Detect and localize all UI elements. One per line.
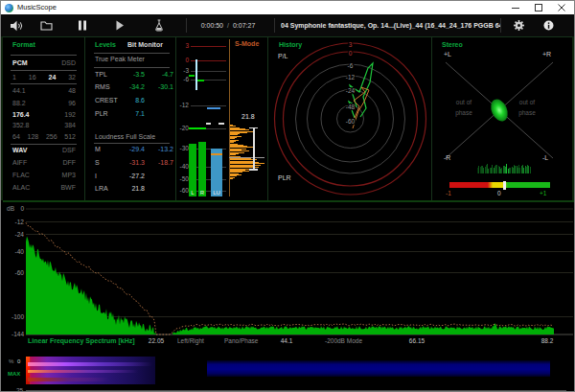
levels-row-s: S -31.3 -18.7: [95, 159, 173, 169]
lra-bracket-line: [253, 127, 255, 171]
spectrum-ytick: -12: [1, 219, 24, 225]
titlebar: MusicScope: [1, 1, 574, 14]
format-rate-96: 96: [68, 100, 76, 109]
max-marker-2: [218, 123, 224, 125]
history-ring-label: -60: [346, 118, 356, 125]
toolbar: 0:00:50 / 0:07:27 04 Symphonie fantastiq…: [1, 14, 574, 36]
format-aiff: AIFF: [12, 159, 27, 169]
toolbar-separator-2: [274, 18, 275, 33]
format-separator: [11, 83, 77, 84]
format-wav: WAV: [12, 147, 27, 156]
tpl-hold-right: [197, 80, 204, 81]
tab-bit-monitor[interactable]: Bit Monitor: [127, 41, 163, 48]
mode-pano-phase[interactable]: Pano/Phase: [224, 337, 258, 344]
offline-analysis-button[interactable]: [150, 17, 169, 34]
spectrum-svg: [1, 197, 575, 351]
open-file-button[interactable]: [36, 17, 56, 34]
corr-min-label: -1: [446, 190, 451, 196]
meter-scale-label: -12: [176, 102, 189, 108]
settings-button[interactable]: [509, 17, 528, 34]
maximize-button[interactable]: [527, 1, 550, 14]
spectrogram-max-label: MAX: [8, 371, 20, 377]
format-rate-176: 176.4: [12, 111, 30, 121]
levels-panel: Levels Bit Monitor True Peak Meter TPL -…: [86, 37, 176, 200]
track-title: 04 Symphonie fantastique, Op. 14...(Live…: [281, 14, 501, 36]
spectrum-title: Linear Frequency Spectrum [kHz]: [28, 337, 135, 344]
format-dsf: DSF: [62, 147, 76, 156]
format-dsd: DSD: [61, 59, 76, 69]
out-of-phase-left: out of phase: [449, 97, 478, 118]
loudness-full-scale-header: Loudness Full Scale: [95, 133, 155, 140]
minimize-button[interactable]: [504, 1, 527, 14]
levels-row-plr: PLR 7.1: [95, 110, 173, 120]
format-bwf: BWF: [60, 184, 76, 194]
history-ring-label: 3: [349, 41, 353, 48]
history-svg: 30-6-12-24-48-60: [268, 37, 432, 200]
musicscope-window: MusicScope: [0, 0, 575, 392]
analysis-panels: Format PCM DSD 1 16 24 32 44.1 48 88.2 9…: [1, 36, 574, 200]
info-button[interactable]: [539, 17, 558, 34]
close-button[interactable]: [550, 1, 573, 14]
meter-scale-label: -20: [176, 125, 189, 131]
format-mp3: MP3: [62, 172, 76, 181]
format-rate-88: 88.2: [12, 100, 26, 109]
meter-scale-line: [191, 46, 226, 47]
format-rate-44: 44.1: [12, 87, 26, 97]
history-ring-label: -6: [348, 62, 354, 69]
lra-bracket-top: [249, 127, 258, 129]
levels-row-tpl: TPL -3.5 -4.7: [95, 71, 173, 81]
meter-bar-left: [189, 144, 196, 197]
spectrum-ytick: 0: [1, 205, 24, 212]
meter-scale-label: -3: [176, 67, 189, 74]
format-rate-352: 352.8: [12, 122, 30, 131]
correlation-barcode: [477, 164, 531, 173]
meter-scale-line: [191, 105, 226, 106]
spectrum-top-border: [3, 201, 574, 202]
integrated-loudness-marker: [229, 157, 264, 158]
tab-levels[interactable]: Levels: [95, 41, 116, 48]
levels-separator: [94, 53, 170, 54]
format-bits-32: 32: [68, 74, 76, 83]
format-separator: [11, 144, 77, 145]
spectrogram-strip: [26, 357, 552, 384]
speaker-icon: [10, 20, 23, 32]
spectrum-fill: [26, 237, 554, 334]
meter-bar-left-label: L: [189, 190, 196, 196]
spectrogram-ultrasonic-band: [207, 360, 550, 377]
clipped-scale-line: [26, 390, 566, 391]
format-bits-24: 24: [48, 74, 56, 83]
clipped-scale-label: 25: [16, 387, 23, 392]
levels-separator: [94, 143, 170, 144]
maximize-icon: [535, 4, 542, 12]
mode-left-right[interactable]: Left/Right: [177, 337, 204, 344]
time-display: 0:00:50 / 0:07:27: [195, 14, 262, 36]
levels-row-lra: LRA 21.8: [95, 185, 173, 195]
mode-200db[interactable]: -200dB Mode: [325, 337, 362, 344]
history-pl-label: P/L: [278, 53, 288, 59]
short-term-marker: [211, 153, 222, 155]
levels-row-crest: CREST 8.6: [95, 97, 173, 106]
s-mode-label[interactable]: S-Mode: [235, 40, 259, 47]
corr-zero-label: 0: [497, 190, 501, 196]
stereo-panel: Stereo +L +R -R -L out of phase: [432, 37, 575, 200]
volume-button[interactable]: [7, 17, 26, 34]
info-icon: [543, 20, 554, 31]
corner-minus-r: -R: [444, 154, 450, 161]
format-dsd-512: 512: [64, 133, 76, 143]
meter-bar-right-label: R: [198, 190, 206, 196]
spectrogram-streak-3: [28, 378, 109, 381]
history-ring-label: -24: [346, 87, 356, 94]
corr-max-label: +1: [540, 190, 546, 196]
spectrum-ytick: -40: [1, 248, 24, 255]
histogram-bar: [230, 178, 233, 179]
play-button[interactable]: [110, 17, 129, 34]
corner-plus-l: +L: [444, 51, 451, 58]
barcode-line: [530, 167, 531, 173]
format-dff: DFF: [62, 159, 76, 169]
true-peak-meter-header: True Peak Meter: [95, 56, 145, 62]
pause-button[interactable]: [73, 17, 92, 34]
format-dsd-64: 64: [12, 133, 20, 143]
correlation-bar: [449, 182, 550, 188]
spectrum-ytick: -100: [1, 313, 24, 320]
lra-bracket-bottom: [249, 169, 258, 171]
